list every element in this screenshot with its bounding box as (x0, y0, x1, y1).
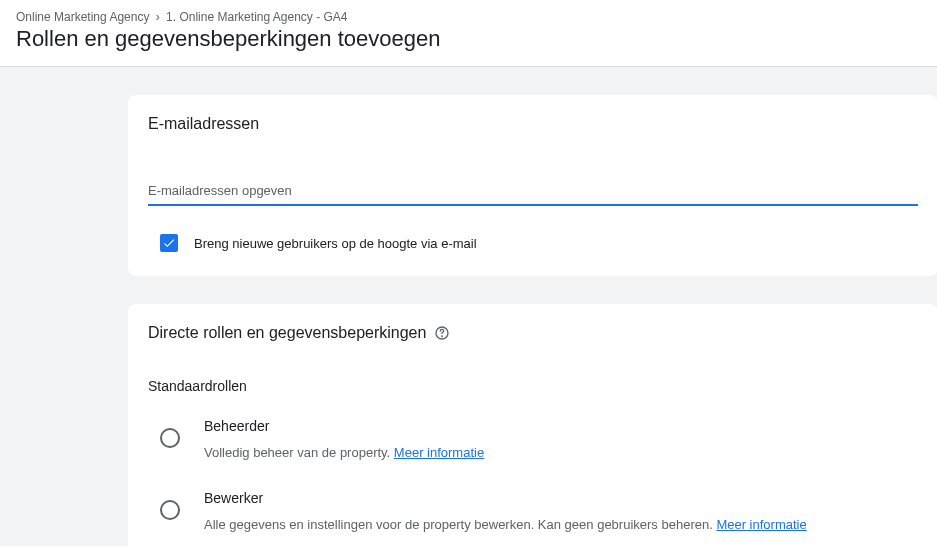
email-card-title: E-mailadressen (148, 115, 918, 133)
role-option-beheerder: Beheerder Volledig beheer van de propert… (148, 418, 918, 462)
email-input[interactable] (148, 177, 918, 206)
role-description: Volledig beheer van de property. Meer in… (204, 444, 918, 462)
notify-checkbox-row: Breng nieuwe gebruikers op de hoogte via… (148, 234, 918, 252)
role-content: Bewerker Alle gegevens en instellingen v… (204, 490, 918, 534)
notify-checkbox[interactable] (160, 234, 178, 252)
page-title: Rollen en gegevensbeperkingen toevoegen (16, 26, 921, 52)
content-area: E-mailadressen Breng nieuwe gebruikers o… (0, 67, 937, 546)
breadcrumb-separator: › (156, 10, 160, 24)
more-info-link[interactable]: Meer informatie (716, 517, 806, 532)
check-icon (162, 236, 176, 250)
svg-point-1 (442, 336, 443, 337)
roles-card: Directe rollen en gegevensbeperkingen St… (128, 304, 937, 546)
help-icon[interactable] (434, 325, 450, 341)
breadcrumb: Online Marketing Agency › 1. Online Mark… (16, 10, 921, 24)
role-desc-text: Alle gegevens en instellingen voor de pr… (204, 517, 716, 532)
breadcrumb-item-1[interactable]: Online Marketing Agency (16, 10, 149, 24)
role-option-bewerker: Bewerker Alle gegevens en instellingen v… (148, 490, 918, 534)
role-name: Bewerker (204, 490, 918, 506)
role-content: Beheerder Volledig beheer van de propert… (204, 418, 918, 462)
role-description: Alle gegevens en instellingen voor de pr… (204, 516, 918, 534)
radio-bewerker[interactable] (160, 500, 180, 520)
roles-card-title-row: Directe rollen en gegevensbeperkingen (148, 324, 918, 342)
radio-beheerder[interactable] (160, 428, 180, 448)
role-name: Beheerder (204, 418, 918, 434)
role-desc-text: Volledig beheer van de property. (204, 445, 394, 460)
breadcrumb-item-2[interactable]: 1. Online Marketing Agency - GA4 (166, 10, 347, 24)
page-header: Online Marketing Agency › 1. Online Mark… (0, 0, 937, 67)
more-info-link[interactable]: Meer informatie (394, 445, 484, 460)
notify-checkbox-label: Breng nieuwe gebruikers op de hoogte via… (194, 236, 477, 251)
email-card: E-mailadressen Breng nieuwe gebruikers o… (128, 95, 937, 276)
roles-card-title: Directe rollen en gegevensbeperkingen (148, 324, 426, 342)
subsection-title: Standaardrollen (148, 378, 918, 394)
